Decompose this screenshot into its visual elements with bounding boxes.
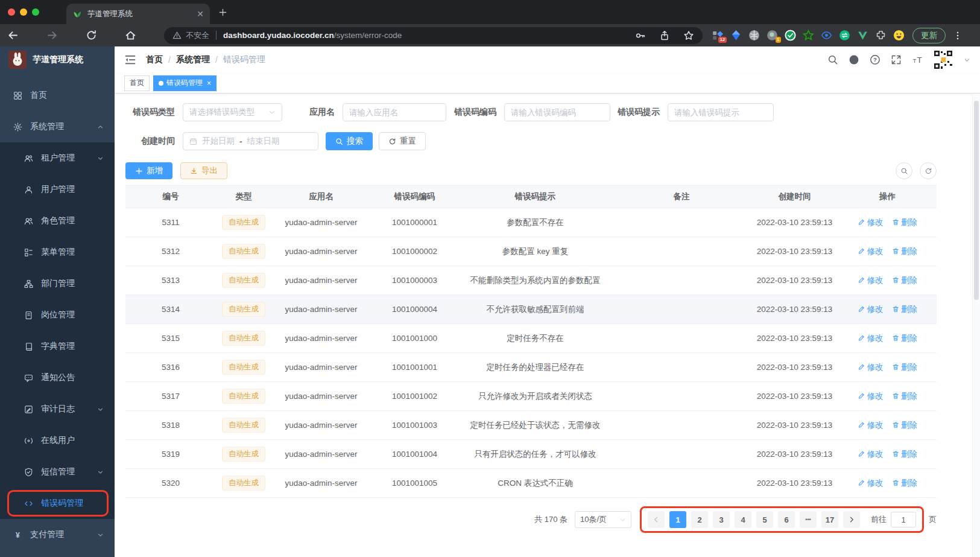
chrome-update-button[interactable]: 更新 [912, 28, 946, 43]
security-label[interactable]: 不安全 [186, 30, 209, 41]
github-icon[interactable] [849, 54, 859, 65]
extension-sync-icon[interactable] [839, 30, 850, 41]
edit-link[interactable]: 修改 [858, 246, 884, 257]
prev-page-button[interactable] [648, 511, 665, 528]
delete-link[interactable]: 删除 [892, 333, 918, 344]
tag-item[interactable]: 首页 [124, 75, 150, 91]
page-button-1[interactable]: 1 [669, 511, 686, 528]
edit-link[interactable]: 修改 [858, 391, 884, 402]
sidebar-item-14[interactable]: ¥支付管理 [0, 519, 115, 550]
errcode-msg-field[interactable] [668, 103, 774, 121]
breadcrumb-item[interactable]: 系统管理 [176, 54, 210, 65]
extension-gray-globe-icon[interactable] [748, 30, 760, 41]
delete-link[interactable]: 删除 [892, 478, 918, 489]
edit-link[interactable]: 修改 [858, 420, 884, 431]
page-button-5[interactable]: 5 [756, 511, 773, 528]
sidebar-item-6[interactable]: 部门管理 [0, 268, 115, 299]
sidebar-item-3[interactable]: 用户管理 [0, 174, 115, 205]
page-size-select[interactable]: 10条/页 [575, 511, 631, 528]
reset-button[interactable]: 重置 [379, 132, 426, 150]
extension-eye-icon[interactable] [821, 30, 832, 41]
sidebar-item-5[interactable]: 菜单管理 [0, 237, 115, 268]
collapse-sidebar-icon[interactable] [124, 54, 136, 66]
edit-link[interactable]: 修改 [858, 304, 884, 315]
app-logo[interactable]: 芋道管理系统 [0, 46, 115, 73]
minimize-window-button[interactable] [20, 8, 27, 16]
extension-vue-icon[interactable] [857, 30, 868, 41]
sidebar-item-9[interactable]: 通知公告 [0, 362, 115, 393]
sidebar-item-8[interactable]: 字典管理 [0, 331, 115, 362]
page-button-4[interactable]: 4 [735, 511, 751, 528]
sidebar-item-13[interactable]: 错误码管理 [0, 488, 115, 519]
avatar-caret-icon[interactable] [964, 57, 970, 63]
errcode-code-input[interactable] [511, 108, 604, 117]
extension-gray-badge-icon[interactable]: 1 [767, 30, 778, 41]
extensions-puzzle-icon[interactable] [875, 30, 887, 41]
tag-close-icon[interactable]: × [207, 79, 211, 88]
sidebar-item-7[interactable]: 岗位管理 [0, 299, 115, 331]
user-avatar-qr[interactable] [933, 49, 953, 70]
export-button[interactable]: 导出 [180, 162, 227, 179]
header-search-icon[interactable] [827, 54, 838, 65]
new-tab-button[interactable] [218, 8, 227, 17]
zoom-window-button[interactable] [32, 8, 39, 16]
scrollbar-thumb[interactable] [974, 101, 979, 300]
sidebar-item-12[interactable]: 短信管理 [0, 456, 115, 488]
delete-link[interactable]: 删除 [892, 362, 918, 373]
errcode-msg-input[interactable] [674, 108, 767, 117]
edit-link[interactable]: 修改 [858, 217, 884, 228]
delete-link[interactable]: 删除 [892, 217, 918, 228]
show-search-circle-button[interactable] [896, 162, 912, 179]
browser-tab[interactable]: 芋道管理系统 ✕ [66, 4, 210, 24]
date-range-picker[interactable]: 开始日期 - 结束日期 [183, 132, 318, 150]
extension-collections-icon[interactable]: 12 [712, 30, 724, 41]
close-window-button[interactable] [8, 8, 15, 16]
errcode-code-field[interactable] [504, 103, 610, 121]
delete-link[interactable]: 删除 [892, 275, 918, 286]
browser-menu-icon[interactable] [953, 31, 963, 40]
sidebar-item-2[interactable]: 租户管理 [0, 142, 115, 174]
tab-close-icon[interactable]: ✕ [197, 9, 204, 19]
page-button-6[interactable]: 6 [778, 511, 795, 528]
page-button-17[interactable]: 17 [821, 511, 838, 528]
bookmark-star-icon[interactable] [683, 30, 694, 41]
profile-emoji-avatar[interactable] [893, 30, 905, 41]
extension-blue-gem-icon[interactable] [730, 30, 742, 41]
page-ellipsis[interactable]: ••• [800, 511, 817, 528]
delete-link[interactable]: 删除 [892, 420, 918, 431]
edit-link[interactable]: 修改 [858, 275, 884, 286]
errcode-type-select[interactable]: 请选择错误码类型 [183, 103, 282, 121]
reload-icon[interactable] [86, 30, 97, 41]
help-icon[interactable]: ? [870, 54, 880, 65]
macos-window-controls[interactable] [8, 8, 39, 16]
extension-green-star-icon[interactable] [803, 30, 814, 41]
sidebar-item-1[interactable]: 系统管理 [0, 111, 115, 142]
edit-link[interactable]: 修改 [858, 478, 884, 489]
delete-link[interactable]: 删除 [892, 304, 918, 315]
home-icon[interactable] [125, 30, 136, 41]
fullscreen-icon[interactable] [891, 54, 902, 65]
page-button-3[interactable]: 3 [713, 511, 730, 528]
delete-link[interactable]: 删除 [892, 246, 918, 257]
sidebar-item-10[interactable]: 审计日志 [0, 393, 115, 425]
refresh-circle-button[interactable] [920, 162, 937, 179]
next-page-button[interactable] [843, 511, 860, 528]
app-name-field[interactable] [343, 103, 446, 121]
extension-green-check-icon[interactable] [785, 30, 796, 41]
search-button[interactable]: 搜索 [326, 132, 373, 150]
sidebar-item-4[interactable]: 角色管理 [0, 205, 115, 237]
goto-page-input[interactable] [891, 512, 916, 527]
add-button[interactable]: 新增 [125, 162, 172, 179]
address-bar[interactable]: 不安全 dashboard.yudao.iocoder.cn /system/e… [164, 27, 703, 44]
back-icon[interactable] [7, 30, 19, 41]
edit-link[interactable]: 修改 [858, 449, 884, 460]
page-button-2[interactable]: 2 [691, 511, 708, 528]
delete-link[interactable]: 删除 [892, 449, 918, 460]
app-name-input[interactable] [349, 108, 440, 117]
tag-active[interactable]: 错误码管理× [153, 75, 217, 91]
share-icon[interactable] [659, 30, 670, 41]
sidebar-item-11[interactable]: 在线用户 [0, 425, 115, 456]
content-scrollbar[interactable] [972, 94, 980, 557]
font-size-icon[interactable]: TT [912, 54, 923, 65]
forward-icon[interactable] [46, 30, 58, 41]
